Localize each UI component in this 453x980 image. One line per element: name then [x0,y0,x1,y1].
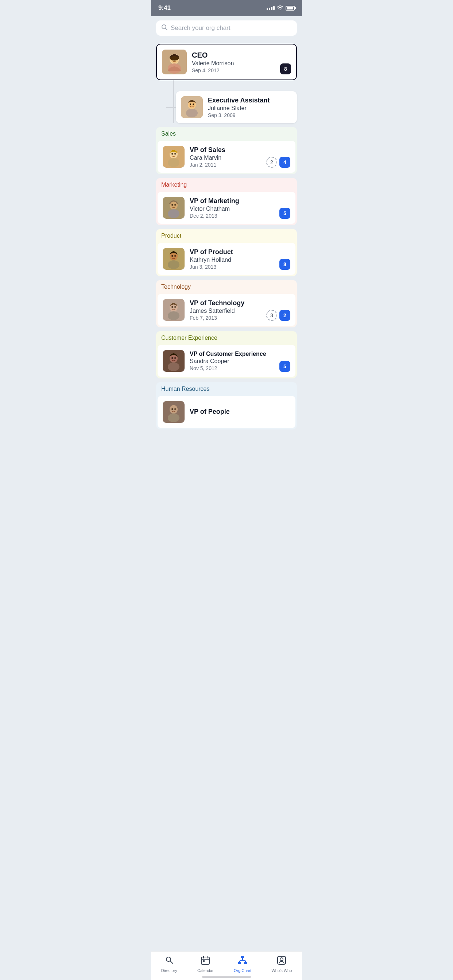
dept-card-marketing[interactable]: VP of MarketingVictor ChathamDec 2, 2013… [158,192,295,224]
search-container: Search your org chart [151,16,302,40]
avatar [163,146,185,168]
assistant-date: Sep 3, 2009 [208,112,270,118]
dept-name-technology: James Satterfield [190,308,244,314]
dept-card-hr[interactable]: VP of People [158,396,295,428]
connector-line [173,80,174,91]
dept-date-product: Jun 3, 2013 [190,264,233,270]
svg-point-23 [174,204,176,205]
dept-card-sales[interactable]: VP of SalesCara MarvinJan 2, 201124 [158,141,295,173]
status-time: 9:41 [158,5,171,12]
dept-card-technology[interactable]: VP of TechnologyJames SatterfieldFeb 7, … [158,294,295,326]
search-input[interactable]: Search your org chart [171,24,230,32]
svg-point-38 [174,357,176,359]
avatar [163,299,185,321]
ceo-title: CEO [192,51,234,59]
svg-point-43 [174,408,176,410]
badge-solid-sales: 4 [279,157,290,168]
badge-dashed-technology: 3 [266,310,277,321]
dept-header-product: Product [156,229,297,243]
connector-area [161,80,297,91]
battery-icon [286,6,295,11]
ceo-info: CEO Valerie Morrison Sep 4, 2012 [192,51,234,73]
badge-dashed-sales: 2 [266,157,277,168]
svg-point-37 [171,357,173,359]
dept-date-marketing: Dec 2, 2013 [190,213,239,219]
badge-wrap-marketing: 5 [279,208,290,219]
assistant-card[interactable]: Executive Assistant Julianne Slater Sep … [176,91,297,123]
ceo-card[interactable]: CEO Valerie Morrison Sep 4, 2012 8 [156,44,297,80]
svg-point-41 [170,405,178,414]
dept-title-hr: VP of People [190,408,230,415]
main-content: CEO Valerie Morrison Sep 4, 2012 8 [151,40,302,466]
dept-card-product[interactable]: VP of ProductKathryn HollandJun 3, 20138 [158,243,295,275]
dept-header-marketing: Marketing [156,178,297,192]
dept-header-hr: Human Resources [156,382,297,396]
badge-wrap-technology: 32 [266,310,290,321]
assistant-info: Executive Assistant Julianne Slater Sep … [208,97,270,118]
departments-list: Sales VP of SalesCara MarvinJan 2, 20112… [156,127,297,430]
avatar [181,96,203,118]
dept-info-sales: VP of SalesCara MarvinJan 2, 2011 [190,146,225,168]
dept-info-customer: VP of Customer ExperienceSandra CooperNo… [190,351,266,371]
avatar [163,401,185,423]
dept-name-marketing: Victor Chatham [190,205,239,212]
svg-point-18 [174,153,176,154]
assistant-name: Julianne Slater [208,105,270,111]
avatar [163,350,185,372]
search-bar[interactable]: Search your org chart [156,21,297,36]
assistant-section: Executive Assistant Julianne Slater Sep … [161,91,297,123]
dept-date-sales: Jan 2, 2011 [190,162,225,168]
dept-date-technology: Feb 7, 2013 [190,315,244,321]
status-bar: 9:41 [151,0,302,16]
dept-date-customer: Nov 5, 2012 [190,365,266,371]
avatar [163,248,185,270]
svg-point-17 [171,153,173,154]
ceo-name: Valerie Morrison [192,60,234,67]
status-icons [266,5,295,11]
dept-section-hr: Human Resources VP of People [156,382,297,430]
assistant-title: Executive Assistant [208,97,270,104]
svg-point-14 [186,109,198,118]
svg-point-34 [168,311,179,320]
dept-section-sales: Sales VP of SalesCara MarvinJan 2, 20112… [156,127,297,174]
search-icon [161,24,168,32]
dept-name-customer: Sandra Cooper [190,358,266,364]
svg-point-29 [168,260,179,269]
svg-point-13 [193,103,194,105]
dept-section-product: Product VP of ProductKathryn HollandJun … [156,229,297,276]
dept-card-customer[interactable]: VP of Customer ExperienceSandra CooperNo… [158,345,295,377]
dept-section-marketing: Marketing VP of MarketingVictor ChathamD… [156,178,297,225]
dept-section-technology: Technology VP of TechnologyJames Satterf… [156,280,297,328]
dept-header-sales: Sales [156,127,297,141]
dept-name-sales: Cara Marvin [190,154,225,161]
dept-title-marketing: VP of Marketing [190,197,239,205]
svg-point-12 [190,103,191,105]
badge-wrap-sales: 24 [266,157,290,168]
svg-point-27 [171,255,173,257]
svg-point-19 [168,158,179,167]
dept-title-sales: VP of Sales [190,146,225,154]
badge-solid-technology: 2 [279,310,290,321]
svg-point-32 [171,306,173,308]
signal-icon [266,6,274,10]
dept-title-customer: VP of Customer Experience [190,351,266,357]
badge-wrap-customer: 5 [279,361,290,372]
dept-title-product: VP of Product [190,248,233,256]
badge-solid-product: 8 [279,259,290,270]
svg-point-42 [171,408,173,410]
svg-point-33 [174,306,176,308]
dept-info-product: VP of ProductKathryn HollandJun 3, 2013 [190,248,233,270]
dept-header-customer: Customer Experience [156,331,297,345]
dept-title-technology: VP of Technology [190,299,244,307]
dept-section-customer: Customer Experience VP of Customer Exper… [156,331,297,379]
dept-info-marketing: VP of MarketingVictor ChathamDec 2, 2013 [190,197,239,219]
svg-point-22 [171,204,173,205]
dept-info-technology: VP of TechnologyJames SatterfieldFeb 7, … [190,299,244,321]
avatar [162,49,187,75]
dept-name-product: Kathryn Holland [190,257,233,263]
badge-solid-marketing: 5 [279,208,290,219]
svg-point-28 [174,255,176,257]
badge-solid-customer: 5 [279,361,290,372]
avatar [163,197,185,219]
dept-header-technology: Technology [156,280,297,294]
